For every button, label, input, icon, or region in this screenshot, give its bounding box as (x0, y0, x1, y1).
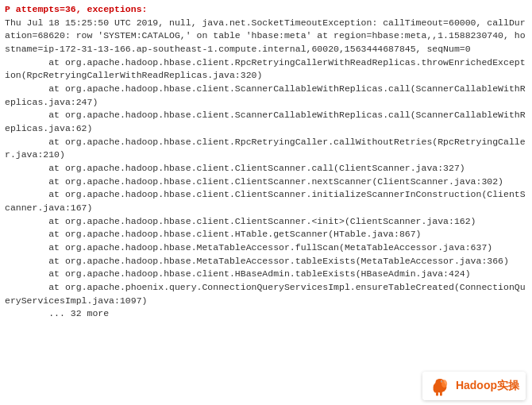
log-line: at org.apache.hadoop.hbase.client.Client… (5, 188, 527, 214)
log-line: at org.apache.phoenix.query.ConnectionQu… (5, 281, 527, 307)
svg-point-4 (441, 380, 447, 388)
hadoop-logo-icon (429, 375, 451, 397)
svg-point-3 (441, 381, 441, 382)
log-line: at org.apache.hadoop.hbase.client.Client… (5, 215, 527, 229)
log-content: P attempts=36, exceptions:Thu Jul 18 15:… (0, 0, 532, 324)
log-line: Thu Jul 18 15:25:50 UTC 2019, null, java… (5, 17, 527, 56)
log-line: at org.apache.hadoop.hbase.client.RpcRet… (5, 136, 527, 162)
log-line: at org.apache.hadoop.hbase.client.Scanne… (5, 109, 527, 135)
watermark-label: Hadoop实操 (456, 379, 519, 393)
log-line: at org.apache.hadoop.hbase.client.Client… (5, 162, 527, 176)
log-line: at org.apache.hadoop.hbase.client.Scanne… (5, 83, 527, 109)
log-line: ... 32 more (5, 307, 527, 321)
log-line: at org.apache.hadoop.hbase.client.HBaseA… (5, 268, 527, 281)
svg-rect-5 (436, 392, 438, 396)
log-line: at org.apache.hadoop.hbase.client.RpcRet… (5, 56, 527, 83)
log-line: at org.apache.hadoop.hbase.MetaTableAcce… (5, 241, 527, 255)
log-line: at org.apache.hadoop.hbase.MetaTableAcce… (5, 255, 527, 268)
watermark: Hadoop实操 (422, 372, 526, 400)
log-container: P attempts=36, exceptions:Thu Jul 18 15:… (0, 0, 532, 405)
log-line: at org.apache.hadoop.hbase.client.Client… (5, 176, 527, 189)
log-line: at org.apache.hadoop.hbase.client.HTable… (5, 228, 527, 241)
log-line: P attempts=36, exceptions: (5, 3, 527, 17)
svg-rect-6 (440, 392, 442, 396)
